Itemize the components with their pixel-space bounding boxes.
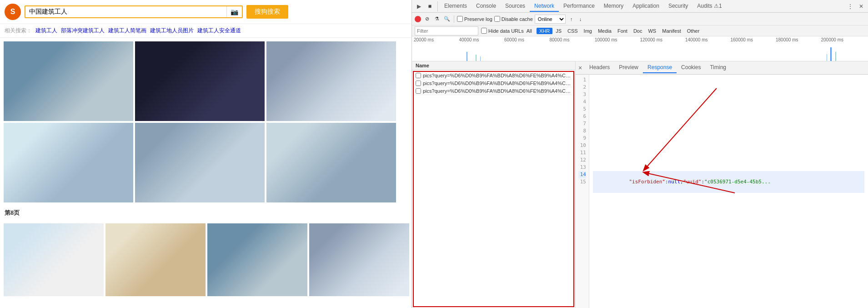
device-icon[interactable]: ◾ [425,1,435,11]
timeline-label-4: 80000 ms [550,37,595,42]
inspect-icon[interactable]: ▶ [414,1,424,11]
filter-bar: Hide data URLs All XHR JS CSS Img Media … [412,25,868,36]
preserve-log-label[interactable]: Preserve log [457,16,492,22]
response-line-15 [593,193,864,200]
response-line-10 [593,142,864,149]
related-link-2[interactable]: 部落冲突建筑工人 [61,27,105,35]
filter-other[interactable]: Other [684,28,702,34]
image-9[interactable] [207,223,307,296]
entry-checkbox-2[interactable] [416,81,421,86]
disable-cache-label[interactable]: Disable cache [494,16,533,22]
detail-tab-preview[interactable]: Preview [614,62,643,73]
timeline-label-3: 60000 ms [504,37,550,42]
devtools-icon-buttons: ▶ ◾ [414,1,438,11]
line-num-14: 14 [578,171,586,178]
filter-doc[interactable]: Doc [631,28,645,34]
image-6[interactable] [266,123,396,202]
related-link-5[interactable]: 建筑工人安全通道 [197,27,241,35]
timeline-label-7: 140000 ms [685,37,731,42]
network-entry-2[interactable]: pics?query=%D6%D0%B9%FA%BD%A8%D6%FE%B9%A… [414,80,573,87]
hide-data-checkbox[interactable] [481,28,487,34]
filter-js[interactable]: JS [553,28,564,34]
timeline-label-5: 100000 ms [595,37,640,42]
filter-img[interactable]: Img [581,28,595,34]
tab-sources[interactable]: Sources [501,1,530,12]
filter-media[interactable]: Media [595,28,614,34]
image-4[interactable] [4,123,133,202]
network-entry-1[interactable]: pics?query=%D6%D0%B9%FA%BD%A8%D6%FE%B9%A… [414,72,573,80]
related-link-1[interactable]: 建筑工人 [35,27,57,35]
camera-button[interactable]: 📷 [226,6,242,17]
detail-tab-timing[interactable]: Timing [705,62,731,73]
related-link-4[interactable]: 建筑工地人员图片 [150,27,194,35]
line-num-13: 13 [578,164,586,171]
online-selector[interactable]: Online Slow 3G Fast 3G Offline [535,15,566,24]
response-line-4 [593,98,864,106]
filter-manifest[interactable]: Manifest [659,28,684,34]
search-button[interactable]: 搜狗搜索 [246,5,288,19]
stop-button[interactable]: ⊘ [423,15,431,23]
tab-application[interactable]: Application [628,1,664,12]
search-icon-button[interactable]: 🔍 [443,15,451,23]
tab-audits[interactable]: Audits ⚠1 [692,1,726,12]
tab-elements[interactable]: Elements [440,1,472,12]
json-key-isForbiden: "isForbiden" [629,179,665,185]
image-2[interactable] [135,41,265,121]
line-num-3: 3 [578,91,586,98]
filter-css[interactable]: CSS [565,28,581,34]
filter-input[interactable] [415,26,478,35]
record-button[interactable] [415,16,421,22]
preserve-log-checkbox[interactable] [457,16,463,22]
json-value-null: null [668,179,681,185]
line-num-10: 10 [578,142,586,149]
filter-ws[interactable]: WS [645,28,659,34]
response-line-13 [593,164,864,171]
detail-tab-headers[interactable]: Headers [585,62,614,73]
tab-memory[interactable]: Memory [599,1,628,12]
entry-checkbox-3[interactable] [416,88,421,94]
close-devtools-icon[interactable]: ✕ [856,1,866,11]
timeline-label-6: 120000 ms [640,37,686,42]
search-bar: S 📷 搜狗搜索 [0,0,411,24]
line-num-9: 9 [578,135,586,142]
hide-data-urls-label[interactable]: Hide data URLs [481,28,524,34]
line-num-2: 2 [578,84,586,91]
related-link-3[interactable]: 建筑工人简笔画 [108,27,146,35]
export-button[interactable]: ↑ [567,15,576,23]
entries-box: pics?query=%D6%D0%B9%FA%BD%A8%D6%FE%B9%A… [413,71,574,307]
line-num-7: 7 [578,120,586,127]
response-line-12 [593,157,864,164]
tab-network[interactable]: Network [530,1,559,12]
import-button[interactable]: ↓ [577,15,585,23]
settings-icon[interactable]: ⋮ [845,1,855,11]
devtools-top-tabs: ▶ ◾ Elements Console Sources Network Per… [412,0,868,13]
image-8[interactable] [105,223,206,296]
search-input[interactable] [25,6,226,17]
detail-tab-response[interactable]: Response [643,62,677,73]
filter-xhr[interactable]: XHR [537,28,552,34]
filter-font[interactable]: Font [615,28,630,34]
search-input-wrapper: 📷 [25,5,243,18]
timeline-label-9: 180000 ms [776,37,821,42]
image-5[interactable] [135,123,265,202]
disable-cache-checkbox[interactable] [494,16,500,22]
line-num-12: 12 [578,157,586,164]
detail-tabs: × Headers Preview Response Cookies Timin… [576,61,868,75]
image-7[interactable] [4,223,104,296]
entry-checkbox-1[interactable] [416,73,421,78]
image-3[interactable] [266,41,396,121]
tab-console[interactable]: Console [472,1,501,12]
image-1[interactable] [4,41,133,121]
filter-button[interactable]: ⚗ [433,15,441,23]
image-10[interactable] [309,223,409,296]
network-entry-3[interactable]: pics?query=%D6%D0%B9%FA%BD%A8%D6%FE%B9%A… [414,87,573,95]
response-line-3 [593,91,864,98]
image-row-1 [4,41,408,121]
tab-performance[interactable]: Performance [559,1,599,12]
response-line-9 [593,135,864,142]
detail-close-button[interactable]: × [576,61,585,74]
response-line-5 [593,106,864,113]
detail-tab-cookies[interactable]: Cookies [677,62,705,73]
page-label: 第8页 [0,206,411,220]
tab-security[interactable]: Security [664,1,692,12]
